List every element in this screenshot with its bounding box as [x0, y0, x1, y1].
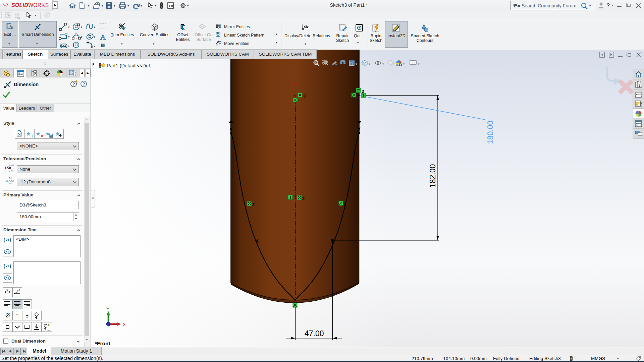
svg-text:▾: ▾	[68, 35, 70, 39]
svg-text:2: 2	[252, 202, 255, 207]
svg-text:▾: ▾	[94, 25, 95, 29]
svg-text:X: X	[123, 322, 126, 327]
svg-text:▾: ▾	[114, 4, 115, 7]
svg-text:▾: ▾	[418, 62, 420, 66]
svg-text:▾: ▾	[81, 25, 83, 29]
svg-text:×: ×	[41, 133, 44, 138]
svg-text:182.00: 182.00	[428, 164, 437, 188]
svg-text:★: ★	[55, 131, 60, 137]
svg-text:▾: ▾	[81, 35, 83, 39]
svg-text:▾: ▾	[94, 45, 95, 48]
svg-text:Y: Y	[106, 306, 110, 312]
svg-text:▾: ▾	[94, 35, 95, 39]
svg-text:?: ?	[606, 2, 610, 9]
svg-text:...: ...	[47, 328, 50, 331]
svg-text:47.00: 47.00	[305, 329, 324, 338]
svg-text:▾: ▾	[611, 4, 613, 7]
svg-text:▾: ▾	[68, 45, 70, 48]
svg-text:180.00: 180.00	[486, 121, 495, 144]
svg-text:*Front: *Front	[95, 341, 110, 346]
svg-text:3: 3	[303, 94, 306, 99]
svg-text:▾: ▾	[102, 4, 103, 7]
svg-text:x: x	[6, 288, 8, 292]
svg-text:▾: ▾	[88, 4, 90, 7]
svg-text:★: ★	[26, 131, 31, 137]
svg-text:▾: ▾	[68, 25, 70, 29]
svg-text:▾: ▾	[141, 4, 142, 7]
svg-text:▾: ▾	[369, 62, 370, 66]
svg-text:▾: ▾	[382, 62, 384, 66]
svg-text:+: +	[47, 322, 50, 327]
svg-text:▾: ▾	[187, 4, 189, 7]
svg-text:Part1 (Default<<Def...: Part1 (Default<<Def...	[107, 63, 154, 68]
svg-text:▾: ▾	[127, 4, 129, 7]
svg-text:▾: ▾	[356, 62, 357, 66]
svg-text:▾: ▾	[403, 62, 405, 66]
svg-text:2: 2	[344, 202, 346, 207]
svg-text:★: ★	[36, 131, 41, 137]
svg-text:+: +	[31, 133, 34, 138]
svg-text:2: 2	[302, 196, 305, 201]
svg-text:x: x	[18, 288, 20, 292]
svg-text:▾: ▾	[155, 4, 157, 7]
svg-text:A: A	[100, 33, 106, 41]
svg-text:Z: Z	[107, 322, 109, 327]
svg-text:▾: ▾	[35, 14, 37, 17]
